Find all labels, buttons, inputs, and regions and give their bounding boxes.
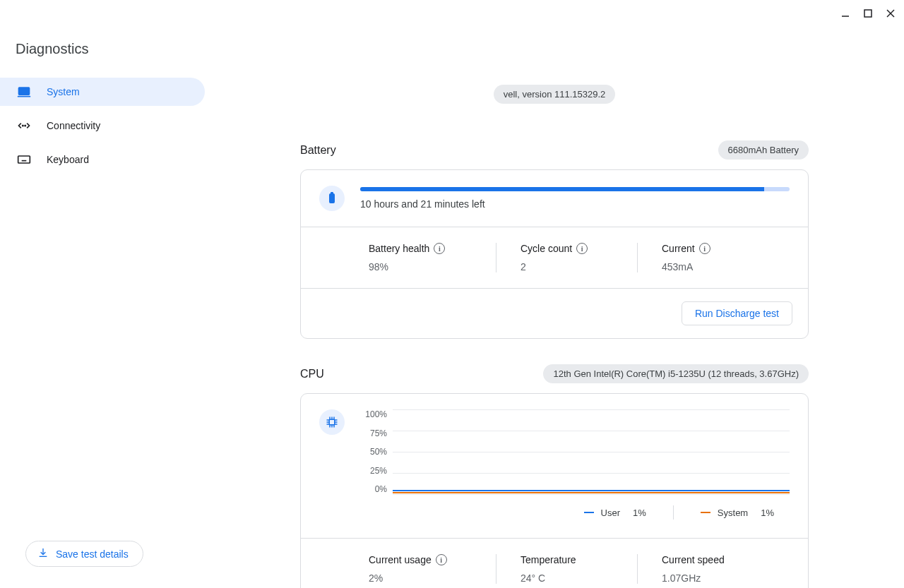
cycle-count-label: Cycle count: [521, 243, 572, 254]
cpu-icon: [319, 409, 345, 435]
cpu-usage-label: Current usage: [369, 554, 432, 565]
page-title: Diagnostics: [16, 41, 88, 57]
svg-rect-1: [864, 10, 872, 17]
svg-rect-15: [329, 193, 335, 203]
current-value: 453mA: [662, 261, 754, 272]
laptop-icon: [17, 85, 31, 99]
sidebar-item-label: System: [47, 86, 80, 97]
svg-rect-16: [331, 192, 333, 194]
save-test-details-label: Save test details: [56, 548, 129, 560]
close-icon[interactable]: [886, 8, 896, 18]
legend-system: System 1%: [691, 508, 784, 518]
sidebar-item-label: Connectivity: [47, 120, 100, 131]
cpu-temp-label: Temperature: [521, 554, 576, 565]
save-test-details-button[interactable]: Save test details: [25, 541, 143, 567]
y-tick: 50%: [360, 447, 387, 457]
y-tick: 0%: [360, 484, 387, 494]
battery-icon: [319, 186, 345, 211]
keyboard-icon: [17, 152, 31, 167]
info-icon[interactable]: i: [434, 243, 445, 254]
battery-time-left: 10 hours and 21 minutes left: [360, 198, 790, 210]
download-icon: [37, 547, 49, 560]
maximize-icon[interactable]: [863, 8, 873, 18]
svg-rect-4: [19, 88, 30, 95]
cpu-speed-label: Current speed: [662, 554, 725, 565]
sidebar: System Connectivity Keyboard: [0, 78, 205, 179]
cpu-section-title: CPU: [300, 368, 324, 380]
current-label: Current: [662, 243, 695, 254]
cpu-system-series: [393, 492, 790, 493]
sidebar-item-system[interactable]: System: [0, 78, 205, 106]
y-tick: 75%: [360, 428, 387, 438]
battery-capacity-chip: 6680mAh Battery: [718, 140, 809, 160]
info-icon[interactable]: i: [576, 243, 588, 254]
version-chip: vell, version 111.15329.2: [494, 85, 616, 104]
cycle-count-value: 2: [521, 261, 613, 272]
sidebar-item-keyboard[interactable]: Keyboard: [0, 145, 205, 174]
cpu-user-series: [393, 490, 790, 491]
cpu-temp-value: 24° C: [521, 572, 613, 584]
battery-health-value: 98%: [369, 261, 472, 272]
battery-card: 10 hours and 21 minutes left Battery hea…: [300, 169, 809, 339]
info-icon[interactable]: i: [699, 243, 710, 254]
cpu-usage-value: 2%: [369, 572, 472, 584]
ethernet-icon: [17, 119, 31, 133]
battery-section-title: Battery: [300, 144, 336, 157]
y-tick: 25%: [360, 466, 387, 476]
run-discharge-test-button[interactable]: Run Discharge test: [682, 301, 792, 325]
cpu-speed-value: 1.07GHz: [662, 572, 754, 584]
svg-point-6: [23, 125, 23, 126]
minimize-icon[interactable]: [840, 8, 850, 18]
cpu-card: 100% 75% 50% 25% 0%: [300, 393, 809, 588]
sidebar-item-label: Keyboard: [47, 154, 89, 165]
battery-progress-bar: [360, 187, 790, 191]
svg-rect-8: [18, 156, 30, 163]
cpu-model-chip: 12th Gen Intel(R) Core(TM) i5-1235U (12 …: [543, 364, 809, 383]
svg-rect-17: [329, 419, 335, 425]
y-tick: 100%: [360, 409, 387, 419]
battery-health-label: Battery health: [369, 243, 429, 254]
svg-point-7: [25, 125, 25, 126]
sidebar-item-connectivity[interactable]: Connectivity: [0, 112, 205, 140]
cpu-usage-chart: 100% 75% 50% 25% 0%: [360, 409, 790, 494]
info-icon[interactable]: i: [436, 554, 447, 565]
legend-user: User 1%: [574, 508, 656, 518]
